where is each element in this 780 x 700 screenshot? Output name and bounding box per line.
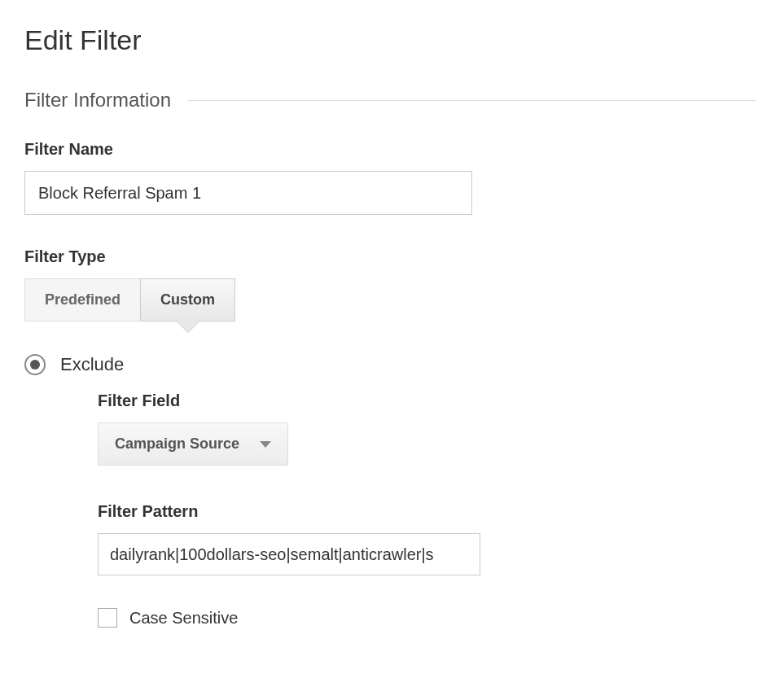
section-header: Filter Information <box>24 89 756 112</box>
case-sensitive-checkbox[interactable] <box>98 608 117 628</box>
filter-name-label: Filter Name <box>24 140 756 159</box>
caret-down-icon <box>260 441 271 448</box>
filter-field-label: Filter Field <box>98 392 756 410</box>
filter-pattern-input[interactable] <box>98 533 480 575</box>
filter-name-group: Filter Name <box>24 140 756 215</box>
case-sensitive-label: Case Sensitive <box>129 609 238 628</box>
filter-type-group: Filter Type Predefined Custom <box>24 247 756 322</box>
filter-field-selected: Campaign Source <box>115 435 239 453</box>
page-title: Edit Filter <box>24 24 756 56</box>
filter-name-input[interactable] <box>24 171 472 215</box>
exclude-radio-label: Exclude <box>60 354 124 375</box>
filter-type-label: Filter Type <box>24 247 756 266</box>
filter-field-dropdown[interactable]: Campaign Source <box>98 422 288 466</box>
radio-dot-icon <box>30 360 40 370</box>
exclude-radio-row: Exclude <box>24 354 756 375</box>
exclude-options: Filter Field Campaign Source Filter Patt… <box>98 392 756 628</box>
tab-active-arrow-icon <box>177 321 199 332</box>
section-title: Filter Information <box>24 89 171 112</box>
exclude-radio[interactable] <box>24 354 46 375</box>
tab-custom-label: Custom <box>160 291 215 308</box>
filter-type-tabs: Predefined Custom <box>24 278 756 322</box>
case-sensitive-row: Case Sensitive <box>98 608 756 628</box>
tab-custom[interactable]: Custom <box>140 278 235 322</box>
divider-line <box>187 100 756 101</box>
filter-pattern-label: Filter Pattern <box>98 502 756 521</box>
tab-predefined[interactable]: Predefined <box>24 278 140 322</box>
